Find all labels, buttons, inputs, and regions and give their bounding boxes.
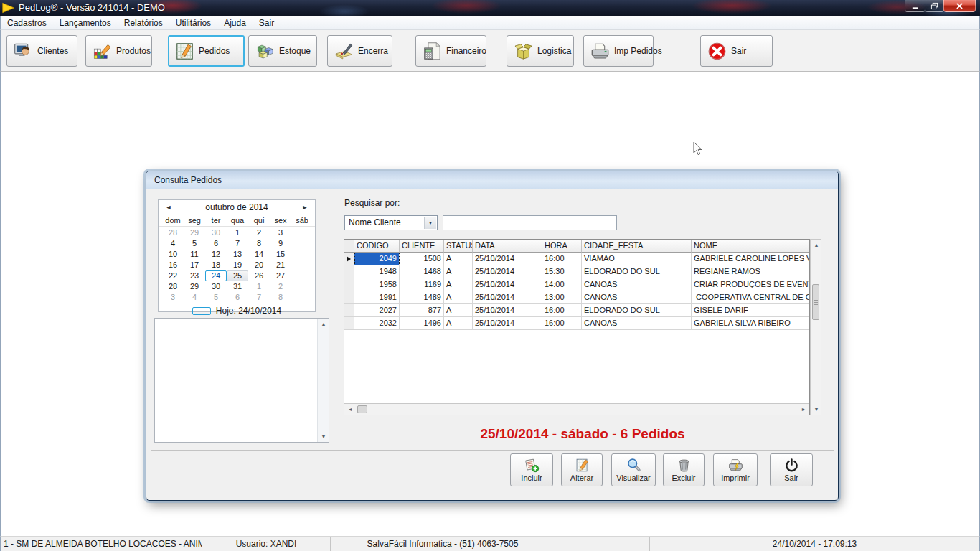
calendar-day[interactable]: 30 xyxy=(205,281,227,292)
calendar-day[interactable]: 13 xyxy=(227,249,248,260)
toolbar-button-financeiro[interactable]: Financeiro xyxy=(415,35,486,67)
menu-item-ajuda[interactable]: Ajuda xyxy=(217,17,253,30)
calendar-footer[interactable]: Hoje: 24/10/2014 xyxy=(159,304,315,317)
table-row[interactable]: 19911489A25/10/201413:00CANOAS COOPERATI… xyxy=(344,291,809,304)
calendar-day[interactable]: 4 xyxy=(162,238,184,249)
calendar-day[interactable]: 14 xyxy=(248,249,270,260)
vscroll-thumb[interactable] xyxy=(812,284,819,320)
grid-cell[interactable]: A xyxy=(444,278,473,291)
grid-cell[interactable]: 16:00 xyxy=(542,317,582,330)
calendar-day[interactable]: 28 xyxy=(162,281,184,292)
calendar-prev-icon[interactable]: ◄ xyxy=(163,200,174,215)
column-header-data[interactable]: DATA xyxy=(473,240,542,253)
calendar-day[interactable]: 28 xyxy=(162,227,184,238)
grid-vertical-scrollbar[interactable]: ▲ ▼ xyxy=(810,239,821,415)
toolbar-button-pedidos[interactable]: Pedidos xyxy=(168,35,245,67)
excluir-button[interactable]: Excluir xyxy=(663,453,705,486)
grid-cell[interactable]: 25/10/2014 xyxy=(473,291,542,304)
column-header-cidade-festa[interactable]: CIDADE_FESTA xyxy=(582,240,692,253)
calendar-day[interactable]: 2 xyxy=(248,227,270,238)
grid-cell[interactable]: ELDORADO DO SUL xyxy=(582,265,692,278)
column-header-nome[interactable]: NOME xyxy=(692,240,809,253)
grid-cell[interactable]: 15:30 xyxy=(542,265,582,278)
calendar-day[interactable]: 7 xyxy=(227,238,248,249)
grid-cell[interactable]: 25/10/2014 xyxy=(473,317,542,330)
calendar-day[interactable]: 12 xyxy=(205,249,227,260)
grid-cell[interactable]: A xyxy=(444,265,473,278)
calendar-day[interactable]: 21 xyxy=(270,260,291,270)
imprimir-button[interactable]: Imprimir xyxy=(713,453,758,486)
sair-button[interactable]: Sair xyxy=(770,453,813,486)
menu-item-cadastros[interactable]: Cadastros xyxy=(1,17,53,30)
grid-cell[interactable]: 16:00 xyxy=(542,304,582,317)
calendar-next-icon[interactable]: ► xyxy=(299,200,311,215)
grid-cell[interactable]: 1489 xyxy=(400,291,444,304)
grid-cell[interactable]: 1468 xyxy=(400,265,444,278)
grid-cell[interactable]: 877 xyxy=(400,304,444,317)
calendar-day[interactable]: 1 xyxy=(227,227,248,238)
menu-item-utilitarios[interactable]: Utilitários xyxy=(169,17,217,30)
table-row[interactable]: 19581169A25/10/201414:00CANOASCRIAR PROD… xyxy=(344,278,809,291)
grid-cell[interactable]: VIAMAO xyxy=(582,253,692,265)
column-header-cliente[interactable]: CLIENTE xyxy=(400,240,444,253)
grid-cell[interactable]: REGIANE RAMOS xyxy=(692,265,809,278)
grid-cell[interactable]: 1496 xyxy=(400,317,444,330)
toolbar-button-clientes[interactable]: Clientes xyxy=(6,35,77,67)
calendar-day[interactable]: 5 xyxy=(205,292,227,303)
scroll-down-icon[interactable]: ▼ xyxy=(811,404,822,415)
restore-button[interactable] xyxy=(925,0,944,12)
toolbar-button-produtos[interactable]: Produtos xyxy=(85,35,152,67)
calendar-day[interactable]: 27 xyxy=(270,270,291,281)
grid-horizontal-scrollbar[interactable]: ◄ ► xyxy=(344,403,809,415)
toolbar-button-encerra[interactable]: Encerra xyxy=(327,35,392,67)
search-query-input[interactable] xyxy=(443,215,617,230)
toolbar-button-logistica[interactable]: Logistica xyxy=(507,35,574,67)
table-row[interactable]: 20491508A25/10/201416:00VIAMAOGABRIELE C… xyxy=(344,253,809,265)
calendar-day[interactable]: 31 xyxy=(227,281,248,292)
close-button[interactable] xyxy=(943,0,976,12)
calendar-day[interactable]: 5 xyxy=(184,238,205,249)
scroll-up-icon[interactable]: ▲ xyxy=(811,240,822,250)
grid-cell[interactable]: 13:00 xyxy=(542,291,582,304)
grid-cell[interactable]: 25/10/2014 xyxy=(473,253,542,265)
grid-cell[interactable]: 16:00 xyxy=(542,253,582,265)
calendar-day[interactable]: 6 xyxy=(227,292,248,303)
grid-cell[interactable]: 1508 xyxy=(400,253,444,265)
menu-item-sair[interactable]: Sair xyxy=(253,17,281,30)
grid-cell[interactable]: 1958 xyxy=(354,278,400,291)
calendar-day[interactable]: 20 xyxy=(248,260,270,270)
dialog-titlebar[interactable]: Consulta Pedidos xyxy=(146,171,838,189)
grid-cell[interactable]: 2027 xyxy=(354,304,400,317)
calendar-day[interactable]: 15 xyxy=(270,249,291,260)
minimize-button[interactable] xyxy=(905,0,925,12)
calendar-day[interactable]: 7 xyxy=(248,292,270,303)
grid-cell[interactable]: ELDORADO DO SUL xyxy=(582,304,692,317)
grid-cell[interactable]: A xyxy=(444,304,473,317)
calendar-day[interactable]: 30 xyxy=(205,227,227,238)
grid-cell[interactable]: GABRIELA SILVA RIBEIRO xyxy=(692,317,809,330)
toolbar-button-estoque[interactable]: Estoque xyxy=(248,35,317,67)
memo-scrollbar[interactable]: ▲ ▼ xyxy=(317,319,329,442)
calendar-day-selected[interactable]: 25 xyxy=(227,270,248,281)
search-filter-select[interactable]: Nome Cliente ▼ xyxy=(344,215,438,230)
alterar-button[interactable]: Alterar xyxy=(561,453,603,486)
calendar-day[interactable]: 29 xyxy=(184,281,205,292)
grid-cell[interactable]: 25/10/2014 xyxy=(473,304,542,317)
calendar-day[interactable]: 3 xyxy=(162,292,184,303)
calendar-day[interactable]: 29 xyxy=(184,227,205,238)
grid-cell[interactable]: CANOAS xyxy=(582,278,692,291)
calendar-day[interactable]: 2 xyxy=(270,281,291,292)
hscroll-thumb[interactable] xyxy=(357,405,367,413)
grid-cell[interactable]: CANOAS xyxy=(582,317,692,330)
column-header-status[interactable]: STATUS xyxy=(444,240,473,253)
scroll-right-icon[interactable]: ► xyxy=(798,404,809,415)
grid-cell[interactable]: 1948 xyxy=(354,265,400,278)
window-titlebar[interactable]: PedLog® - Versão 241014 - DEMO xyxy=(0,0,980,16)
grid-cell[interactable]: CRIAR PRODUÇOES DE EVENTOS xyxy=(692,278,809,291)
grid-cell[interactable]: A xyxy=(444,317,473,330)
column-header-hora[interactable]: HORA xyxy=(542,240,582,253)
grid-cell[interactable]: 25/10/2014 xyxy=(473,265,542,278)
grid-cell[interactable]: CANOAS xyxy=(582,291,692,304)
calendar-day[interactable]: 3 xyxy=(270,227,291,238)
calendar-day[interactable]: 10 xyxy=(162,249,184,260)
